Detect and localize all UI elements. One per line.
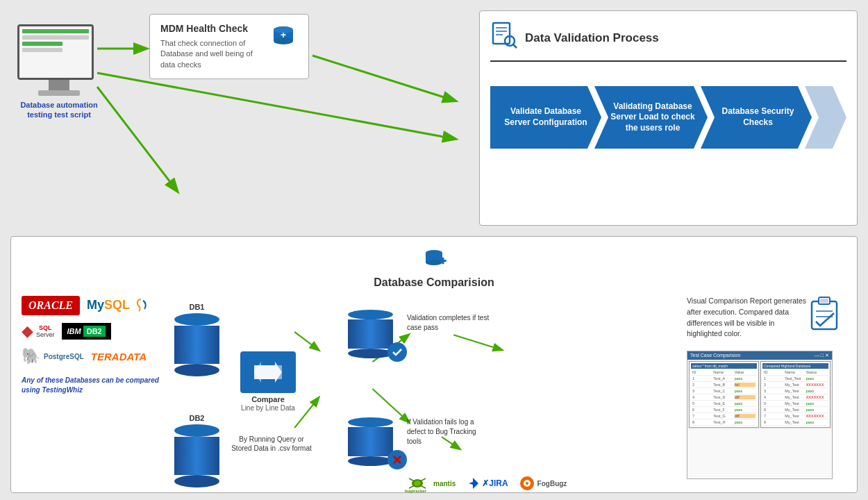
pass-result xyxy=(348,310,403,365)
compare-sub: Line by Line Data xyxy=(240,403,296,412)
mdm-box: MDM Health Check That check connection o… xyxy=(149,14,309,79)
pass-text: Validation completes if test case pass xyxy=(407,313,490,333)
validation-box: Data Validation Process Validate Databas… xyxy=(479,10,858,226)
logo-row-3: 🐘 PostgreSQL TERADATA xyxy=(22,347,160,365)
mantis-tracker: bugtracker mantis xyxy=(403,473,456,494)
compare-box: Compare Line by Line Data xyxy=(240,351,296,412)
report-screenshot: Test Case Comparision — □ ✕ select * fro… xyxy=(687,351,833,479)
svg-rect-40 xyxy=(812,301,837,329)
top-left-area: Database automation testing test script … xyxy=(10,10,469,226)
db2-cylinder: DB2 xyxy=(174,414,219,488)
oracle-logo: ORACLE xyxy=(22,296,80,315)
clipboard-icon xyxy=(809,296,840,337)
bottom-content: ORACLE MySQL‍ ◆ SQL Server xyxy=(22,296,846,482)
svg-line-20 xyxy=(294,332,319,350)
computer-label: Database automation testing test script xyxy=(17,100,101,120)
bottom-section: Database Comparision ORACLE MySQL‍ ◆ xyxy=(10,236,858,493)
validation-title: Data Validation Process xyxy=(525,31,659,45)
svg-point-35 xyxy=(414,481,421,486)
report-text: Visual Comparison Report generates after… xyxy=(687,296,810,340)
compare-label: Compare xyxy=(240,395,296,403)
sqlserver-logo: ◆ SQL Server xyxy=(22,322,55,340)
monitor xyxy=(17,24,94,80)
mantis-label: mantis xyxy=(433,480,456,488)
svg-line-7 xyxy=(97,87,177,191)
fogbugz-tracker: FogBugz xyxy=(519,475,567,492)
process-step-2: Validating Database Server Load to check… xyxy=(594,86,708,149)
svg-marker-27 xyxy=(254,362,282,383)
arrow-step-2: Validating Database Server Load to check… xyxy=(594,86,708,149)
jira-tracker: ✗JIRA xyxy=(466,476,508,490)
teradata-logo: TERADATA xyxy=(91,351,147,362)
db-comparison-icon xyxy=(22,247,846,276)
logos-section: ORACLE MySQL‍ ◆ SQL Server xyxy=(22,296,160,482)
svg-rect-19 xyxy=(442,258,444,265)
search-document-icon xyxy=(490,22,518,55)
svg-line-8 xyxy=(312,56,455,101)
main-container: Database automation testing test script … xyxy=(0,0,868,500)
ibm-db2-logo: IBM DB2 xyxy=(62,323,111,340)
database-plus-icon: + xyxy=(269,23,298,57)
svg-line-24 xyxy=(453,335,501,350)
svg-rect-9 xyxy=(493,23,510,44)
flow-section: DB1 DB2 xyxy=(167,296,680,482)
mdm-title: MDM Health Check xyxy=(160,23,262,34)
process-step-1: Validate Database Server Configuration xyxy=(490,86,601,149)
sqlserver-icon: ◆ xyxy=(22,322,33,340)
db1-cylinder: DB1 xyxy=(174,303,219,376)
svg-text:bugtracker: bugtracker xyxy=(405,489,427,493)
postgresql-logo: 🐘 PostgreSQL xyxy=(22,347,84,365)
logo-row-2: ◆ SQL Server IBM DB2 xyxy=(22,322,160,340)
compare-arrows-icon xyxy=(240,351,296,393)
svg-line-14 xyxy=(513,44,517,48)
bug-trackers: bugtracker mantis ✗JIRA xyxy=(403,473,567,494)
svg-point-39 xyxy=(526,482,528,485)
flow-inner: DB1 DB2 xyxy=(167,296,680,482)
arrow-step-1: Validate Database Server Configuration xyxy=(490,86,601,149)
fail-result xyxy=(348,417,403,473)
svg-line-21 xyxy=(294,398,319,428)
arrow-step-light xyxy=(805,86,846,149)
process-arrows: Validate Database Server Configuration V… xyxy=(490,72,846,162)
fogbugz-label: FogBugz xyxy=(537,480,567,488)
logo-row-1: ORACLE MySQL‍ xyxy=(22,296,160,315)
db-comparison-header: Database Comparision xyxy=(22,247,846,289)
svg-point-4 xyxy=(274,26,293,33)
process-step-light xyxy=(805,86,846,149)
svg-line-6 xyxy=(97,73,455,139)
logos-footer-text: Any of these Databases can be compared u… xyxy=(22,376,160,395)
db2-label: DB2 xyxy=(174,414,219,422)
db1-label: DB1 xyxy=(174,303,219,311)
fail-text: If Validation fails log a defect to Bug … xyxy=(407,417,483,447)
report-section: Visual Comparison Report generates after… xyxy=(687,296,846,482)
db-comparison-title: Database Comparision xyxy=(374,276,494,288)
mysql-logo: MySQL‍ xyxy=(87,298,149,313)
query-text: By Running Query or Stored Data in .csv … xyxy=(230,435,313,453)
jira-label: ✗JIRA xyxy=(482,478,508,488)
top-section: Database automation testing test script … xyxy=(10,10,858,226)
pg-icon: 🐘 xyxy=(22,347,40,365)
process-step-3: Database Security Checks xyxy=(701,86,812,149)
mdm-text: That check connection of Database and we… xyxy=(160,38,262,70)
arrow-step-3: Database Security Checks xyxy=(701,86,812,149)
svg-rect-42 xyxy=(820,299,828,303)
computer-area: Database automation testing test script xyxy=(17,24,101,120)
validation-header: Data Validation Process xyxy=(490,22,846,62)
